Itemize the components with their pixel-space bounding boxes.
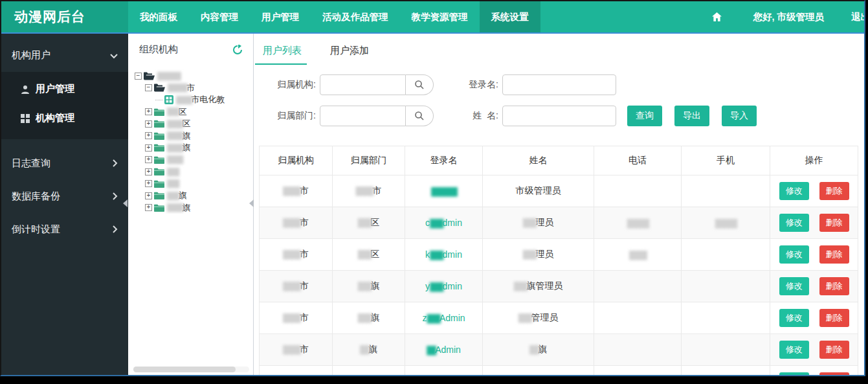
tab-user-list[interactable]: 用户列表 [259,40,308,65]
edit-button[interactable]: 修改 [779,214,809,232]
cell-login-link[interactable]: ██Admin [405,334,483,366]
edit-button[interactable]: 修改 [779,277,809,295]
brand-logo[interactable]: 动漫网后台 [1,1,128,32]
tree-node[interactable]: + ████ [133,154,253,166]
dept-search-button[interactable] [406,106,434,126]
cell-login-link[interactable]: ██████ [405,175,483,207]
navbar-item[interactable]: 教学资源管理 [400,1,480,32]
navbar-item[interactable]: 活动及作品管理 [311,1,400,32]
tree-node[interactable]: + ████ 旗 [133,130,253,142]
import-button[interactable]: 导入 [722,106,757,126]
dept-search-input[interactable] [320,106,406,126]
tree-toggle[interactable]: − [145,84,152,91]
col-header-name: 姓名 [483,146,594,175]
tree-node[interactable]: ████ 市电化教 [133,94,253,106]
cell-login-link[interactable]: k███dmin [405,239,483,271]
open-folder-icon [154,84,165,92]
col-header-org: 归属机构 [260,146,333,175]
tree-toggle[interactable]: + [145,180,152,187]
tree-node[interactable]: + ████ 旗 [133,202,253,214]
cell-actions: 修改 删除 [770,334,858,366]
scrollbar-thumb[interactable] [133,367,236,372]
user-table: 归属机构 归属部门 登录名 姓名 电话 手机 操作 ████市 ████市 ██… [259,146,858,375]
tree-toggle[interactable]: + [145,108,152,115]
folder-icon [154,144,164,152]
tree-node[interactable]: + ████ 旗 [133,142,253,154]
cell-actions: 修改 删除 [770,366,858,376]
delete-button[interactable]: 删除 [819,182,849,200]
sidebar-item-user-management[interactable]: 用户管理 [1,74,128,104]
name-search-input[interactable] [502,106,616,126]
sidebar-item-countdown-settings[interactable]: 倒计时设置 [1,213,128,246]
tree-toggle[interactable]: + [145,168,152,175]
tree-node[interactable]: + ███ [133,178,253,190]
edit-button[interactable]: 修改 [779,182,809,200]
tree-node-label: 旗 [178,190,186,201]
delete-button[interactable]: 删除 [819,309,849,327]
panel-collapse-handle-right[interactable] [249,199,254,207]
cell-login-link[interactable]: z███Admin [405,302,483,334]
sidebar-item-log-query[interactable]: 日志查询 [1,147,128,180]
tree-node[interactable]: + ███ [133,166,253,178]
query-button[interactable]: 查询 [627,106,662,126]
tree-toggle[interactable]: − [135,73,142,80]
org-search-input[interactable] [320,74,406,95]
org-search-button[interactable] [406,74,434,95]
sidebar-item-org-management[interactable]: 机构管理 [1,104,128,133]
tree-toggle[interactable]: + [145,192,152,199]
main-content: 用户列表 用户添加 归属机构: 登录名: 归属部门: [254,34,864,375]
tree-node[interactable]: − █████ 市 [133,82,253,95]
cell-mobile [682,302,770,334]
sidebar-item-db-backup[interactable]: 数据库备份 [1,180,128,213]
navbar-item[interactable]: 内容管理 [189,1,250,32]
cell-mobile [682,271,770,302]
tree-toggle[interactable]: + [145,156,152,163]
panel-collapse-handle-left[interactable] [123,199,128,207]
tree-node[interactable]: + ███ 旗 [133,190,253,202]
sidebar-item-label: 日志查询 [12,157,50,170]
delete-button[interactable]: 删除 [819,277,849,295]
refresh-icon[interactable] [232,45,243,55]
cell-login-link[interactable]: ██dmin [405,366,483,376]
delete-button[interactable]: 删除 [819,341,849,359]
edit-button[interactable]: 修改 [779,372,809,375]
sidebar: 机构用户 用户管理 机构管理 [1,34,128,375]
cell-login-link[interactable]: y███dmin [405,271,483,302]
tree-toggle[interactable]: + [145,144,152,152]
cell-mobile: █████ [682,207,770,239]
tree-node[interactable]: + ███ 区 [133,106,253,119]
cell-dept: ██旗 [333,334,405,366]
delete-button[interactable]: 删除 [819,245,849,264]
tree-toggle[interactable]: + [145,132,152,139]
folder-icon [154,204,164,212]
export-button[interactable]: 导出 [674,106,709,126]
tree-node[interactable]: + ████ 区 [133,118,253,130]
cell-phone [594,302,682,334]
edit-button[interactable]: 修改 [779,341,809,359]
home-icon[interactable] [712,12,722,21]
cell-login-link[interactable]: c███dmin [405,207,483,239]
navbar-item[interactable]: 我的面板 [128,1,189,32]
folder-icon [154,108,164,116]
edit-button[interactable]: 修改 [779,309,809,327]
cell-org: ████市 [260,334,333,366]
delete-button[interactable]: 删除 [819,372,849,375]
login-search-input[interactable] [502,74,616,95]
delete-button[interactable]: 删除 [819,214,849,232]
col-header-actions: 操作 [770,146,858,175]
cell-org: ████市 [260,207,333,239]
tree-node[interactable]: − ██████ [133,70,253,82]
tree-toggle[interactable]: + [145,120,152,128]
tree-node-label: 市 [186,82,195,94]
logout-link[interactable]: 退出 [851,11,865,23]
sidebar-item-org-users[interactable]: 机构用户 [1,39,128,72]
tree-toggle[interactable] [155,99,162,100]
search-form: 归属机构: 登录名: 归属部门: 姓 名: [259,74,862,126]
cell-phone [594,366,682,376]
navbar-item[interactable]: 用户管理 [250,1,311,32]
tab-user-add[interactable]: 用户添加 [326,40,375,65]
edit-button[interactable]: 修改 [779,245,809,264]
navbar-item[interactable]: 系统设置 [480,1,540,32]
cell-mobile [682,334,770,366]
tree-toggle[interactable]: + [145,204,152,211]
